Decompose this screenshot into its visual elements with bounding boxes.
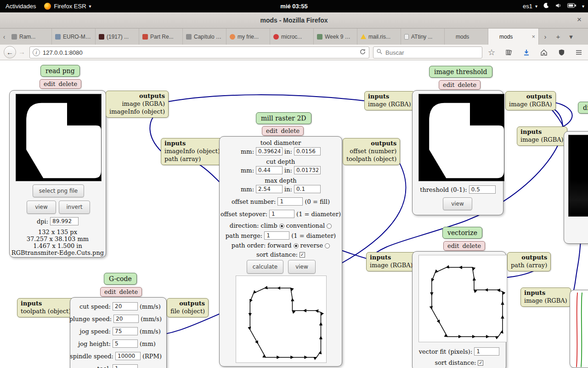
- vectorize-inputs-tag[interactable]: inputs image (RGBA): [366, 252, 417, 271]
- plunge-speed-input[interactable]: [113, 315, 139, 323]
- jog-speed-label: jog speed:: [80, 328, 111, 335]
- outputs-header: outputs: [509, 93, 552, 101]
- calculate-button[interactable]: calculate: [247, 260, 283, 274]
- jog-speed-input[interactable]: [113, 327, 138, 335]
- output-path-array[interactable]: path (array): [511, 262, 547, 270]
- tool-row: tool:: [72, 364, 162, 368]
- outputs-header: outputs: [346, 140, 396, 148]
- right-module-inputs-tag[interactable]: inputs image (RGBA): [517, 126, 567, 146]
- vector-fit-input[interactable]: [474, 347, 499, 356]
- output-toolpath-object[interactable]: toolpath (object): [346, 155, 396, 163]
- input-toolpath-object[interactable]: toolpath (object): [21, 308, 71, 316]
- tool-input[interactable]: [113, 364, 138, 368]
- mill-raster-inputs-tag[interactable]: inputs imageInfo (object) path (array): [161, 138, 224, 165]
- direction-conventional-radio[interactable]: [327, 224, 332, 229]
- right-module-box: [564, 131, 588, 244]
- image-size-mm: 37.257 x 38.103 mm: [10, 236, 106, 242]
- delete-button[interactable]: delete: [458, 81, 476, 88]
- vector-fit-label: vector fit (pixels):: [419, 348, 473, 355]
- input-imageinfo-object[interactable]: imageInfo (object): [164, 148, 220, 155]
- edit-button[interactable]: edit: [443, 81, 454, 88]
- mm-label: mm:: [241, 186, 254, 193]
- cut-speed-unit: (mm/s): [140, 303, 162, 310]
- path-order-forward-radio[interactable]: [294, 243, 299, 248]
- threshold-view-button[interactable]: view: [443, 197, 472, 210]
- jog-height-input[interactable]: [113, 339, 138, 348]
- direction-climb-radio[interactable]: [279, 224, 284, 229]
- jog-speed-unit: (mm/s): [140, 328, 162, 335]
- toolpath-preview: [236, 276, 327, 363]
- image-threshold-inputs-tag[interactable]: inputs image (RGBA): [364, 91, 415, 110]
- image-threshold-edit-delete: edit delete: [439, 80, 481, 90]
- offset-stepover-input[interactable]: [269, 210, 294, 218]
- gcode-outputs-tag[interactable]: outputs file (object): [167, 298, 209, 317]
- offset-number-input[interactable]: [277, 197, 303, 206]
- module-title-gcode[interactable]: G-code: [104, 273, 137, 285]
- input-image-rgba[interactable]: image (RGBA): [370, 262, 413, 270]
- edit-button[interactable]: edit: [266, 127, 277, 134]
- vectorize-outputs-tag[interactable]: outputs path (array): [507, 252, 551, 271]
- offset-stepover-row: offset stepover: (1 = diameter): [221, 210, 340, 218]
- tool-diameter-in-input[interactable]: [294, 147, 321, 155]
- read-png-view-button[interactable]: view: [27, 201, 56, 214]
- edit-button[interactable]: edit: [44, 80, 55, 87]
- cut-depth-in-input[interactable]: [294, 166, 321, 174]
- dpi-row: dpi:: [11, 217, 104, 225]
- module-title-mill-raster-2d[interactable]: mill raster 2D: [256, 112, 311, 124]
- module-title-image-threshold[interactable]: image threshold: [429, 66, 492, 78]
- tool-diameter-mm-input[interactable]: [256, 147, 283, 155]
- bottom-right-module-inputs-tag[interactable]: inputs image (RGBA): [520, 288, 571, 307]
- input-image-rgba[interactable]: image (RGBA): [368, 101, 411, 109]
- output-offset-number[interactable]: offset (number): [346, 148, 396, 155]
- dpi-input[interactable]: [50, 217, 79, 225]
- cut-speed-input[interactable]: [113, 302, 138, 310]
- output-file-object[interactable]: file (object): [170, 308, 205, 316]
- cut-depth-mm-input[interactable]: [256, 166, 283, 174]
- outputs-header: outputs: [511, 254, 547, 262]
- output-image-rgba[interactable]: image (RGBA): [109, 100, 165, 108]
- spindle-speed-label: spindle speed:: [70, 353, 113, 360]
- module-title-read-png[interactable]: read png: [40, 65, 80, 77]
- sort-distance-checkbox[interactable]: ✓: [300, 252, 305, 258]
- dpi-label: dpi:: [37, 218, 48, 225]
- invert-button[interactable]: invert: [59, 201, 90, 214]
- sort-distance-checkbox[interactable]: ✓: [478, 360, 483, 366]
- path-merge-input[interactable]: [264, 231, 289, 240]
- path-order-reverse-radio[interactable]: [325, 243, 330, 248]
- output-imageinfo-object[interactable]: imageInfo (object): [109, 108, 165, 116]
- jog-speed-row: jog speed: (mm/s): [72, 327, 162, 335]
- delete-button[interactable]: delete: [281, 127, 300, 134]
- input-image-rgba[interactable]: image (RGBA): [520, 136, 564, 144]
- select-png-file-button[interactable]: select png file: [33, 184, 84, 197]
- conventional-label: conventional: [286, 222, 325, 229]
- delete-button[interactable]: delete: [58, 80, 77, 87]
- plunge-speed-row: plunge speed: (mm/s): [72, 315, 162, 323]
- input-path-array[interactable]: path (array): [164, 155, 220, 163]
- mm-label: mm:: [241, 148, 254, 155]
- max-depth-mm-input[interactable]: [256, 185, 283, 193]
- edit-button[interactable]: edit: [104, 288, 116, 295]
- image-threshold-outputs-tag[interactable]: outputs image (RGBA): [505, 91, 556, 110]
- read-png-image-preview: [16, 94, 102, 181]
- sort-distance-label: sort distance:: [435, 359, 476, 366]
- jog-height-label: jog height:: [78, 340, 111, 347]
- inputs-header: inputs: [370, 254, 413, 262]
- mill-raster-edit-delete: edit delete: [262, 126, 304, 136]
- mill-raster-outputs-tag[interactable]: outputs offset (number) toolpath (object…: [343, 138, 400, 165]
- module-title-right-partial[interactable]: di: [578, 102, 588, 114]
- colored-path-preview: [571, 291, 588, 368]
- mill-raster-view-button[interactable]: view: [288, 260, 316, 274]
- inputs-header: inputs: [520, 128, 564, 136]
- module-title-vectorize[interactable]: vectorize: [442, 227, 482, 239]
- delete-button[interactable]: delete: [119, 288, 138, 295]
- output-image-rgba[interactable]: image (RGBA): [509, 101, 552, 109]
- max-depth-in-input[interactable]: [294, 185, 321, 193]
- read-png-outputs-tag[interactable]: outputs image (RGBA) imageInfo (object): [106, 91, 169, 118]
- edit-button[interactable]: edit: [447, 242, 459, 249]
- tool-diameter-row: mm: in:: [221, 147, 340, 155]
- input-image-rgba[interactable]: image (RGBA): [524, 297, 567, 305]
- spindle-speed-input[interactable]: [115, 352, 141, 360]
- threshold-input[interactable]: [469, 185, 496, 194]
- gcode-inputs-tag[interactable]: inputs toolpath (object): [17, 298, 74, 317]
- delete-button[interactable]: delete: [462, 242, 481, 249]
